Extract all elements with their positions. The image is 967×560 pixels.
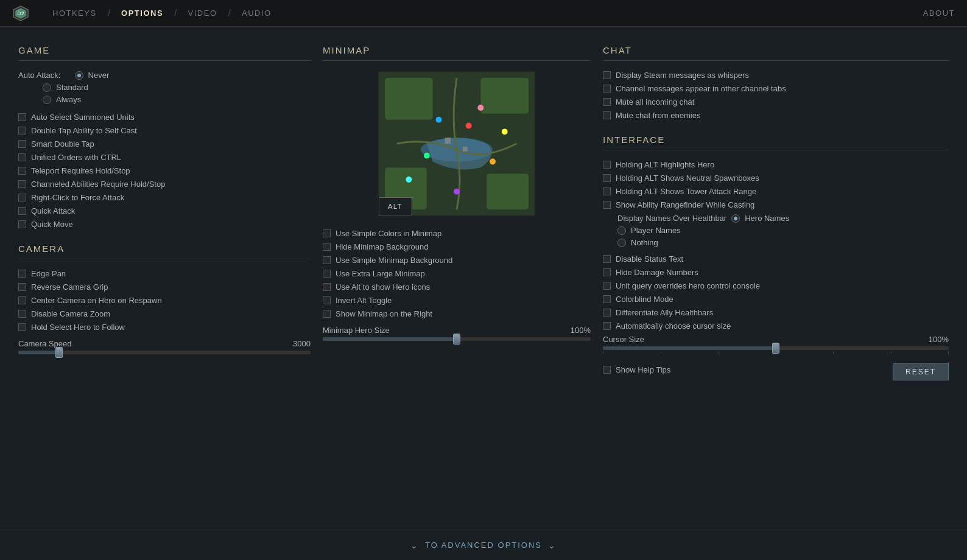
col-right: CHAT Display Steam messages as whispersC…: [603, 45, 949, 560]
label-unified_orders: Unified Orders with CTRL: [31, 153, 121, 162]
cb-hide_damage[interactable]: [603, 268, 611, 276]
radio-hero-names[interactable]: [731, 214, 740, 223]
chat-section: CHAT Display Steam messages as whispersC…: [603, 45, 949, 120]
minimap-hero-size-thumb[interactable]: [453, 334, 460, 345]
cb-invert_alt[interactable]: [323, 296, 331, 304]
label-colorblind: Colorblind Mode: [616, 295, 673, 304]
radio-standard[interactable]: [43, 83, 51, 92]
cb-hide_bg[interactable]: [323, 243, 331, 251]
svg-rect-5: [385, 78, 433, 120]
cb-unit_query[interactable]: [603, 282, 611, 290]
cursor-size-track[interactable]: [603, 346, 949, 350]
cb-quick_attack[interactable]: [18, 207, 26, 215]
nav-options[interactable]: OPTIONS: [110, 0, 174, 27]
cb-hold_alt_tower[interactable]: [603, 187, 611, 195]
cb-double_tap[interactable]: [18, 127, 26, 135]
cursor-size-slider: Cursor Size 100%: [603, 335, 949, 354]
cb-channel_tabs[interactable]: [603, 85, 611, 93]
cb-disable_status[interactable]: [603, 255, 611, 263]
cb-right_click[interactable]: [18, 194, 26, 201]
cb-ability_range[interactable]: [603, 201, 611, 209]
svg-point-10: [466, 123, 472, 129]
chat-title: CHAT: [603, 45, 949, 55]
game-divider: [18, 60, 311, 61]
label-simple_colors: Use Simple Colors in Minimap: [336, 229, 441, 238]
camera-speed-slider: Camera Speed 3000: [18, 339, 311, 354]
label-hide_damage: Hide Damage Numbers: [616, 268, 698, 277]
cursor-size-thumb[interactable]: [772, 343, 779, 354]
nav-hotkeys[interactable]: HOTKEYS: [41, 0, 108, 27]
nav-audio[interactable]: AUDIO: [231, 0, 283, 27]
radio-standard-row: Standard: [18, 83, 311, 92]
radio-never[interactable]: [75, 71, 83, 80]
col-left: GAME Auto Attack: Never Standard Always: [18, 45, 311, 560]
reset-button[interactable]: RESET: [893, 363, 949, 380]
cb-reverse_camera[interactable]: [18, 283, 26, 291]
svg-rect-17: [445, 138, 451, 144]
camera-speed-track[interactable]: [18, 351, 311, 354]
cb-extra_large[interactable]: [323, 270, 331, 278]
game-title: GAME: [18, 45, 311, 55]
cb-teleport_hold[interactable]: [18, 167, 26, 175]
checkbox-row-mute_incoming: Mute all incoming chat: [603, 97, 949, 107]
label-auto_select: Auto Select Summoned Units: [31, 113, 135, 122]
nav-about[interactable]: ABOUT: [923, 9, 955, 18]
checkbox-row-edge_pan: Edge Pan: [18, 269, 311, 278]
to-advanced-label: TO ADVANCED OPTIONS: [425, 541, 542, 550]
cb-simple_colors[interactable]: [323, 229, 331, 237]
cb-diff_ally[interactable]: [603, 309, 611, 317]
cb-disable_zoom[interactable]: [18, 310, 26, 318]
checkbox-row-reverse_camera: Reverse Camera Grip: [18, 282, 311, 292]
radio-always[interactable]: [43, 96, 51, 104]
label-ability_range: Show Ability Rangefinder While Casting: [616, 200, 754, 209]
label-channeled: Channeled Abilities Require Hold/Stop: [31, 180, 165, 189]
cb-hold_select[interactable]: [18, 323, 26, 331]
cb-mute_enemies[interactable]: [603, 111, 611, 119]
nav-video[interactable]: VIDEO: [177, 0, 228, 27]
cb-colorblind[interactable]: [603, 295, 611, 303]
cursor-size-value: 100%: [929, 335, 949, 344]
label-disable_status: Disable Status Text: [616, 254, 683, 264]
show-help-cb[interactable]: [603, 366, 611, 374]
svg-point-16: [502, 128, 508, 135]
checkbox-row-ability_range: Show Ability Rangefinder While Casting: [603, 200, 949, 209]
checkbox-row-minimap_right: Show Minimap on the Right: [323, 309, 591, 318]
checkbox-row-hold_select: Hold Select Hero to Follow: [18, 323, 311, 332]
label-auto_cursor: Automatically choose cursor size: [616, 321, 731, 331]
checkbox-row-hold_alt_neutral: Holding ALT Shows Neutral Spawnboxes: [603, 173, 949, 183]
checkbox-row-teleport_hold: Teleport Requires Hold/Stop: [18, 166, 311, 175]
checkbox-row-hide_damage: Hide Damage Numbers: [603, 268, 949, 277]
interface-title: INTERFACE: [603, 135, 949, 145]
cb-smart_double[interactable]: [18, 140, 26, 148]
cb-minimap_right[interactable]: [323, 310, 331, 318]
label-extra_large: Use Extra Large Minimap: [336, 269, 425, 278]
label-double_tap: Double Tap Ability to Self Cast: [31, 126, 137, 135]
minimap-hero-size-track[interactable]: [323, 337, 591, 341]
nav-items: HOTKEYS / OPTIONS / VIDEO / AUDIO: [41, 0, 923, 27]
cb-steam_whispers[interactable]: [603, 71, 611, 79]
checkbox-row-auto_select: Auto Select Summoned Units: [18, 113, 311, 122]
cb-simple_bg[interactable]: [323, 256, 331, 264]
checkbox-row-mute_enemies: Mute chat from enemies: [603, 111, 949, 120]
cb-mute_incoming[interactable]: [603, 98, 611, 106]
cb-channeled[interactable]: [18, 180, 26, 188]
cb-quick_move[interactable]: [18, 220, 26, 228]
camera-speed-thumb[interactable]: [55, 347, 63, 358]
cb-edge_pan[interactable]: [18, 270, 26, 278]
cb-auto_select[interactable]: [18, 113, 26, 121]
checkbox-row-unified_orders: Unified Orders with CTRL: [18, 153, 311, 162]
chat-checkboxes: Display Steam messages as whispersChanne…: [603, 71, 949, 120]
cb-center_camera[interactable]: [18, 296, 26, 304]
show-help-row: Show Help Tips: [603, 365, 670, 374]
cb-unified_orders[interactable]: [18, 153, 26, 161]
radio-player-names[interactable]: [617, 226, 626, 235]
radio-nothing[interactable]: [617, 239, 626, 247]
radio-always-row: Always: [18, 95, 311, 104]
cb-auto_cursor[interactable]: [603, 322, 611, 330]
to-advanced-options[interactable]: ⌄ TO ADVANCED OPTIONS ⌄: [410, 541, 557, 550]
svg-point-12: [490, 159, 496, 165]
cb-alt_hero_icons[interactable]: [323, 283, 331, 291]
cb-hold_alt_hero[interactable]: [603, 161, 611, 169]
label-simple_bg: Use Simple Minimap Background: [336, 256, 452, 265]
cb-hold_alt_neutral[interactable]: [603, 174, 611, 182]
